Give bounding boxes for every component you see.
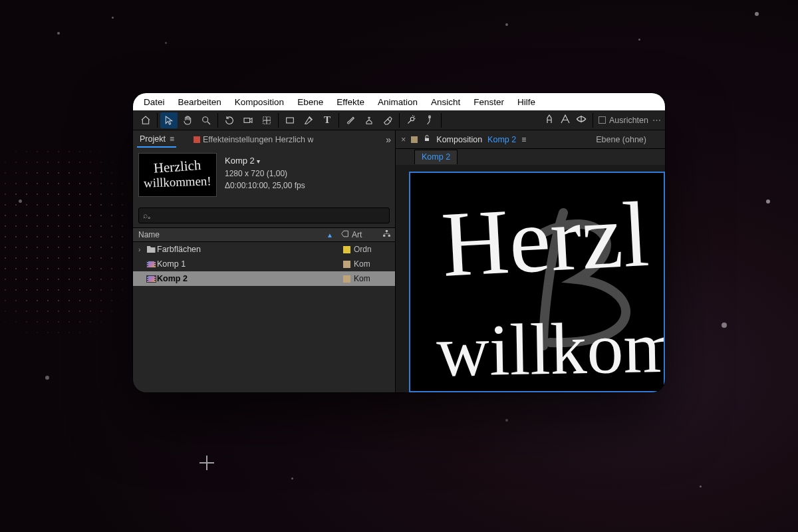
star-dot xyxy=(755,12,759,16)
roto-brush-tool[interactable] xyxy=(402,112,420,128)
toolbar-separator xyxy=(278,113,279,128)
clone-stamp-tool[interactable] xyxy=(360,112,378,128)
align-checkbox[interactable]: Ausrichten xyxy=(598,116,648,125)
camera-tool[interactable] xyxy=(239,112,257,128)
toolbar-overflow-icon[interactable]: ⋯ xyxy=(652,115,661,125)
star-dot xyxy=(766,200,770,203)
menu-item-view[interactable]: Ansicht xyxy=(424,95,467,109)
menu-item-window[interactable]: Fenster xyxy=(467,95,511,109)
hand-tool[interactable] xyxy=(179,112,196,128)
star-dot xyxy=(505,23,508,26)
panel-menu-icon[interactable]: ≡ xyxy=(170,134,174,144)
column-label[interactable] xyxy=(338,229,350,240)
item-label-swatch[interactable] xyxy=(340,246,352,253)
star-dot xyxy=(165,42,167,44)
sort-indicator-icon[interactable]: ▲ xyxy=(327,231,333,239)
item-label-swatch[interactable] xyxy=(340,261,352,268)
viewer-tab-prefix: Komposition xyxy=(436,135,482,144)
menu-item-file[interactable]: Datei xyxy=(137,95,172,109)
composition-icon xyxy=(145,261,157,268)
viewer-tab-comp-link[interactable]: Komp 2 xyxy=(487,135,516,144)
svg-rect-9 xyxy=(386,230,388,232)
item-type: Kom xyxy=(352,259,383,269)
decorative-dot-grid xyxy=(0,146,126,339)
project-item-comp-selected[interactable]: Komp 2 Kom xyxy=(133,271,395,286)
tab-project[interactable]: Projekt ≡ xyxy=(137,132,176,148)
comp-thumbnail[interactable]: Herzlich willkommen! xyxy=(138,153,217,197)
crosshair-icon xyxy=(200,456,214,470)
toolbar-separator xyxy=(593,113,593,128)
toolbar-separator xyxy=(399,113,400,128)
effect-indicator-icon xyxy=(194,136,200,143)
lock-icon[interactable] xyxy=(423,134,431,144)
comp-label-swatch xyxy=(411,136,418,143)
expand-caret-icon[interactable]: › xyxy=(138,246,145,253)
star-dot xyxy=(700,485,702,487)
project-item-comp[interactable]: Komp 1 Kom xyxy=(133,257,395,271)
menu-item-layer[interactable]: Ebene xyxy=(291,95,330,109)
puppet-pin-tool[interactable] xyxy=(421,112,438,128)
project-panel-tabs: Projekt ≡ Effekteinstellungen Herzlich w… xyxy=(133,130,395,149)
svg-text:Herzl: Herzl xyxy=(439,182,651,296)
svg-text:willkom: willkom xyxy=(436,307,665,392)
project-list: › Farbflächen Ordn Komp 1 Kom xyxy=(133,242,395,392)
text-tool[interactable]: T xyxy=(319,112,336,128)
menu-item-animation[interactable]: Animation xyxy=(371,95,424,109)
svg-rect-10 xyxy=(383,235,385,237)
project-search[interactable]: ⌕｡ xyxy=(138,207,390,223)
svg-rect-11 xyxy=(388,235,390,237)
item-name: Komp 1 xyxy=(157,259,340,269)
menu-item-composition[interactable]: Komposition xyxy=(228,95,291,109)
menu-item-help[interactable]: Hilfe xyxy=(511,95,542,109)
toolbar-separator xyxy=(441,113,442,128)
viewer-tab-layer[interactable]: Ebene (ohne) xyxy=(596,135,646,144)
composition-canvas[interactable]: Herzl willkom xyxy=(409,172,665,392)
project-item-folder[interactable]: › Farbflächen Ordn xyxy=(133,242,395,257)
menu-bar: Datei Bearbeiten Komposition Ebene Effek… xyxy=(133,93,665,110)
project-list-header: Name ▲ Art xyxy=(133,227,395,242)
menu-item-edit[interactable]: Bearbeiten xyxy=(172,95,228,109)
orbit-tool[interactable] xyxy=(221,112,238,128)
column-structure-icon[interactable] xyxy=(382,229,391,240)
project-search-input[interactable] xyxy=(154,211,385,220)
toolbar-separator xyxy=(217,113,218,128)
tab-project-label: Projekt xyxy=(140,134,166,144)
home-tool[interactable] xyxy=(137,112,154,128)
comp-name[interactable]: Komp 2 xyxy=(225,154,305,168)
zoom-tool[interactable] xyxy=(198,112,215,128)
rectangle-tool[interactable] xyxy=(281,112,299,128)
tabs-overflow-icon[interactable]: » xyxy=(386,134,391,145)
item-label-swatch[interactable] xyxy=(340,275,352,283)
svg-point-4 xyxy=(410,117,414,120)
menu-item-effects[interactable]: Effekte xyxy=(330,95,371,109)
svg-point-0 xyxy=(203,116,208,122)
panel-menu-icon[interactable]: ≡ xyxy=(521,135,525,144)
mesh-icon xyxy=(543,113,555,127)
toolbar-separator xyxy=(338,113,339,128)
toolbar-separator xyxy=(157,113,158,128)
column-name[interactable]: Name xyxy=(138,230,160,239)
comp-breadcrumb-chip[interactable]: Komp 2 xyxy=(414,150,458,164)
star-dot xyxy=(638,39,640,41)
comp-dimensions: 1280 x 720 (1,00) xyxy=(225,168,305,180)
project-panel: Projekt ≡ Effekteinstellungen Herzlich w… xyxy=(133,130,396,392)
pan-behind-tool[interactable] xyxy=(258,112,275,128)
column-type[interactable]: Art xyxy=(350,230,381,239)
close-tab-icon[interactable]: × xyxy=(401,135,406,144)
brush-tool[interactable] xyxy=(342,112,359,128)
pen-tool[interactable] xyxy=(300,112,317,128)
svg-text:willkommen!: willkommen! xyxy=(144,174,211,190)
selection-tool[interactable] xyxy=(160,112,178,128)
star-dot xyxy=(505,419,508,422)
viewer-tabs: × Komposition Komp 2 ≡ Ebene (ohne) xyxy=(396,130,665,149)
eraser-tool[interactable] xyxy=(379,112,396,128)
item-name: Farbflächen xyxy=(157,245,340,254)
tab-effect-settings[interactable]: Effekteinstellungen Herzlich w xyxy=(203,135,314,144)
item-type: Ordn xyxy=(352,245,383,254)
composition-icon xyxy=(145,275,157,283)
checkbox-icon xyxy=(598,116,606,124)
star-dot xyxy=(722,323,727,328)
mesh-icon-3 xyxy=(575,113,587,127)
app-window: Datei Bearbeiten Komposition Ebene Effek… xyxy=(133,93,665,392)
mesh-icon-2 xyxy=(559,113,571,127)
